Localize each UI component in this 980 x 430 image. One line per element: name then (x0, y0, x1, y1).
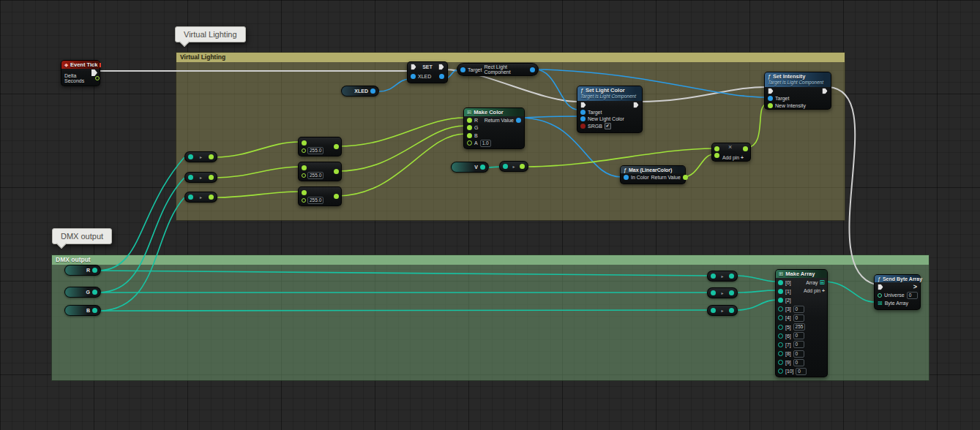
divide-b-pin[interactable] (302, 198, 306, 203)
node-v-getter[interactable]: V (451, 162, 489, 173)
multiply-a-pin[interactable] (714, 146, 719, 151)
add-pin-icon[interactable]: + (822, 288, 825, 293)
si-exec-out-pin[interactable] (822, 88, 827, 94)
slc-target-pin[interactable] (580, 110, 586, 115)
node-conv-byte-to-float-b[interactable]: ▸ (184, 192, 217, 203)
sba-byte-array-pin[interactable]: ⊞ (878, 300, 883, 306)
wire-makecolor-newlightcolor[interactable] (522, 116, 578, 118)
node-xled-getter[interactable]: XLED (341, 86, 379, 97)
slc-exec-in-pin[interactable] (580, 102, 586, 108)
make-array-pin-9[interactable] (778, 360, 783, 365)
rect-light-target-pin[interactable] (460, 67, 465, 72)
wire-conv2-div2[interactable] (216, 167, 299, 178)
divide-out-pin[interactable] (334, 194, 339, 199)
multiply-add-pin-label[interactable]: Add pin (722, 155, 739, 160)
wire-r-bottomconv1[interactable] (100, 271, 708, 276)
slc-new-light-color-pin[interactable] (580, 116, 586, 121)
wire-xled-set[interactable] (379, 79, 410, 91)
conv-in-pin[interactable] (188, 195, 193, 200)
set-xled-in-pin[interactable] (411, 74, 416, 79)
make-array-pin-9-value[interactable]: 0 (793, 359, 804, 366)
divide-b-value[interactable]: 255.0 (307, 197, 323, 204)
divide-a-pin[interactable] (302, 165, 307, 170)
divide-b-value[interactable]: 255.0 (307, 147, 323, 154)
divide-out-pin[interactable] (334, 169, 339, 174)
divide-b-value[interactable]: 255.0 (307, 172, 323, 179)
make-array-pin-7[interactable] (778, 342, 783, 347)
make-array-pin-6[interactable] (778, 333, 783, 339)
node-conv-byte-to-float-g[interactable]: ▸ (184, 172, 217, 183)
make-array-pin-5[interactable] (778, 325, 783, 330)
wire-exec-setintensity-sendbytearray[interactable] (828, 87, 875, 284)
sba-universe-pin[interactable] (878, 293, 882, 298)
make-array-pin-1[interactable] (778, 289, 783, 294)
si-new-intensity-pin[interactable] (768, 103, 773, 108)
divide-a-pin[interactable] (302, 190, 307, 195)
set-exec-in-pin[interactable] (411, 64, 416, 69)
set-xled-out-pin[interactable] (439, 74, 444, 79)
conv-out-pin[interactable] (209, 195, 214, 200)
sba-universe-value[interactable]: 0 (907, 292, 918, 299)
node-event-tick[interactable]: ◈ Event Tick Delta Seconds (61, 60, 100, 86)
max-return-pin[interactable] (683, 175, 688, 180)
make-array-pin-5-value[interactable]: 255 (793, 323, 806, 331)
v-getter-out-pin[interactable] (480, 165, 485, 170)
make-array-pin-2[interactable] (778, 298, 783, 303)
node-conv-byte-to-float-r[interactable]: ▸ (184, 151, 217, 162)
wire-g-conv2[interactable] (100, 178, 184, 293)
wire-conv3-div3[interactable] (216, 192, 299, 197)
slc-exec-out-pin[interactable] (633, 102, 638, 108)
wire-multiply-newintensity[interactable] (747, 105, 766, 148)
conv-out-pin[interactable] (729, 274, 734, 279)
wire-div2-makecolor-g[interactable] (337, 126, 465, 171)
sba-exec-out-pin[interactable]: > (913, 284, 917, 290)
make-array-pin-4[interactable] (778, 315, 783, 320)
conv-in-pin[interactable] (711, 274, 716, 279)
make-color-return-pin[interactable] (516, 118, 521, 123)
conv-in-pin[interactable] (711, 290, 716, 295)
node-conv-byte-g[interactable]: ▸ (707, 287, 738, 298)
sba-exec-in-pin[interactable] (878, 284, 883, 290)
make-array-pin-7-value[interactable]: 0 (793, 341, 804, 348)
r-getter-out-pin[interactable] (92, 268, 97, 273)
slc-srgb-pin[interactable] (580, 124, 586, 129)
max-in-color-pin[interactable] (624, 175, 629, 180)
make-array-pin-10-value[interactable]: 0 (796, 368, 807, 375)
node-make-color[interactable]: ⊞ Make Color R Return Value G B A 1.0 (463, 108, 525, 149)
node-conv-byte-to-float-v[interactable]: ▸ (499, 161, 528, 172)
slc-srgb-checkbox[interactable]: ✔ (605, 123, 611, 129)
node-conv-byte-b[interactable]: ▸ (707, 305, 738, 316)
conv-in-pin[interactable] (188, 154, 193, 159)
node-set-light-color[interactable]: ƒ Set Light Color Target is Light Compon… (577, 86, 643, 133)
conv-in-pin[interactable] (188, 175, 193, 180)
node-get-rect-light-component[interactable]: Target Rect Light Component (457, 63, 539, 76)
node-b-getter[interactable]: B (64, 305, 101, 316)
wire-vconv-multiply[interactable] (526, 148, 714, 167)
make-color-r-pin[interactable] (467, 118, 472, 123)
wire-makearray-bytearray[interactable] (823, 282, 875, 302)
delta-seconds-pin[interactable] (95, 76, 100, 80)
make-array-add-pin-label[interactable]: Add pin (804, 288, 820, 293)
divide-a-pin[interactable] (302, 140, 307, 146)
make-array-pin-8-value[interactable]: 0 (793, 350, 804, 358)
make-array-pin-10[interactable] (778, 369, 783, 374)
rect-light-out-pin[interactable] (530, 67, 535, 72)
node-make-array[interactable]: ⊞ Make Array Array ⊞ Add pin + [0] [1] [… (775, 269, 828, 377)
add-pin-icon[interactable]: + (741, 155, 744, 160)
wire-r-conv1[interactable] (100, 157, 184, 271)
wire-rectlight-setintensity-target[interactable] (535, 69, 766, 97)
make-color-a-pin[interactable] (467, 140, 472, 146)
node-multiply[interactable]: × Add pin + (711, 143, 751, 162)
make-array-pin-0[interactable] (778, 280, 783, 285)
b-getter-out-pin[interactable] (92, 308, 97, 313)
xled-getter-out-pin[interactable] (370, 88, 375, 94)
node-max-linearcolor[interactable]: ƒ Max (LinearColor) In Color Return Valu… (620, 165, 686, 184)
wire-b-bottomconv3[interactable] (100, 310, 708, 311)
make-array-pin-6-value[interactable]: 0 (793, 332, 804, 339)
conv-out-pin[interactable] (729, 308, 734, 313)
set-exec-out-pin[interactable] (438, 64, 444, 69)
wire-div3-makecolor-b[interactable] (337, 134, 465, 196)
node-set-xled[interactable]: SET XLED (407, 61, 448, 83)
si-target-pin[interactable] (768, 96, 773, 101)
conv-in-pin[interactable] (711, 308, 716, 313)
